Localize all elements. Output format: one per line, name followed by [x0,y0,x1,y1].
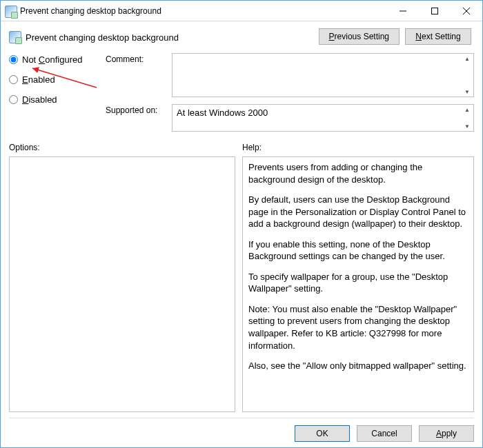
gpedit-icon [9,31,21,43]
setting-title: Prevent changing desktop background [26,32,179,43]
help-text: Prevents users from adding or changing t… [248,161,468,185]
next-setting-button[interactable]: Next Setting [405,28,471,45]
state-radio-group: Not Configured Enabled Disabled [9,53,106,132]
options-pane [9,156,235,412]
radio-disabled[interactable]: Disabled [9,94,106,105]
gpedit-icon [5,6,16,17]
radio-enabled[interactable]: Enabled [9,74,106,85]
chevron-down-icon[interactable]: ▼ [462,88,472,95]
previous-setting-button[interactable]: Previous Setting [319,28,400,45]
titlebar[interactable]: Prevent changing desktop background [1,1,482,21]
help-label: Help: [242,143,262,152]
minimize-button[interactable] [387,1,419,21]
dialog-window: Prevent changing desktop background Prev… [0,0,483,448]
help-text: Also, see the "Allow only bitmapped wall… [248,360,468,372]
comment-textbox[interactable]: ▲ ▼ [172,53,474,97]
close-button[interactable] [451,1,482,21]
svg-rect-1 [432,8,438,14]
options-label: Options: [9,143,242,152]
dialog-footer: OK Cancel Apply [9,418,474,442]
help-text: Note: You must also enable the "Desktop … [248,303,468,352]
maximize-button[interactable] [419,1,451,21]
content-area: Prevent changing desktop background Prev… [1,21,482,447]
supported-label: Supported on: [106,104,168,132]
setting-heading: Prevent changing desktop background [9,28,179,43]
help-text: By default, users can use the Desktop Ba… [248,194,468,230]
radio-not-configured[interactable]: Not Configured [9,54,106,65]
help-text: To specify wallpaper for a group, use th… [248,271,468,295]
supported-textbox: At least Windows 2000 ▲ ▼ [172,104,474,132]
comment-label: Comment: [106,53,168,97]
chevron-up-icon[interactable]: ▲ [462,55,472,62]
chevron-down-icon[interactable]: ▼ [462,123,472,130]
apply-button[interactable]: Apply [419,425,474,442]
ok-button[interactable]: OK [295,425,350,442]
window-title: Prevent changing desktop background [20,6,387,16]
cancel-button[interactable]: Cancel [357,425,412,442]
help-pane[interactable]: Prevents users from adding or changing t… [242,156,474,412]
chevron-up-icon[interactable]: ▲ [462,106,472,113]
supported-value: At least Windows 2000 [177,108,268,118]
help-text: If you enable this setting, none of the … [248,238,468,263]
